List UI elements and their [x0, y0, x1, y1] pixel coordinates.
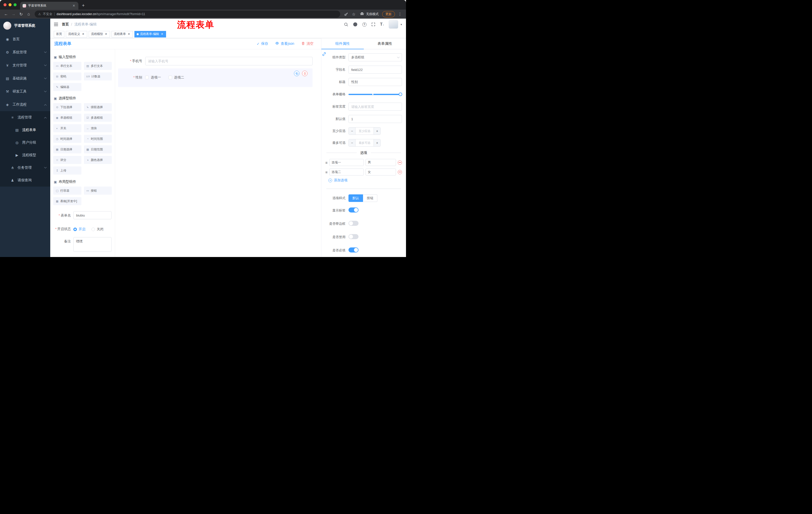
style-button-button[interactable]: 按钮: [363, 194, 377, 202]
tab-component-props[interactable]: 组件属性: [321, 38, 364, 49]
option-value-input[interactable]: [366, 168, 396, 175]
breadcrumb-home[interactable]: 首页: [62, 22, 69, 27]
sidebar-item-leave-query[interactable]: ♟ 请假查询: [0, 174, 50, 187]
show-label-switch[interactable]: [348, 208, 358, 213]
checkbox-box[interactable]: [169, 76, 172, 79]
max-count-stepper[interactable]: − 最多可选 +: [348, 139, 381, 146]
avatar-caret-icon[interactable]: ▾: [401, 23, 402, 26]
palette-item-single-text[interactable]: ▭单行文本: [53, 62, 81, 70]
window-minimize-button[interactable]: [8, 3, 11, 6]
drag-handle-icon[interactable]: ≡: [325, 160, 328, 165]
copy-component-icon[interactable]: [294, 71, 299, 76]
tag-close-icon[interactable]: ✕: [81, 32, 85, 36]
palette-item-slider[interactable]: ↔滑块: [84, 124, 112, 132]
tag-process-form[interactable]: 流程表单 ✕: [112, 31, 133, 37]
checkbox-box[interactable]: [145, 76, 149, 79]
tab-form-props[interactable]: 表单属性: [364, 38, 406, 49]
border-switch[interactable]: [348, 221, 358, 226]
disabled-switch[interactable]: [348, 234, 358, 239]
increase-icon[interactable]: +: [374, 139, 380, 146]
palette-item-upload[interactable]: ↥上传: [53, 166, 81, 174]
sidebar-item-system-manage[interactable]: ⚙ 系统管理: [0, 46, 50, 59]
tag-process-definition[interactable]: 流程定义 ✕: [66, 31, 87, 37]
decrease-icon[interactable]: −: [349, 139, 355, 146]
sidebar-item-payment-manage[interactable]: ¥ 支付管理: [0, 59, 50, 72]
slider-handle[interactable]: [399, 92, 402, 96]
label-width-input[interactable]: [348, 103, 402, 111]
palette-item-date-range[interactable]: ▩日期范围: [84, 145, 112, 154]
default-value-input[interactable]: [348, 115, 402, 123]
phone-input[interactable]: [145, 57, 313, 65]
palette-item-time-picker[interactable]: ◷时间选择: [53, 135, 81, 143]
gender-option1-checkbox[interactable]: 选项一: [145, 75, 161, 80]
palette-item-radio-group[interactable]: ◉单选框组: [53, 114, 81, 122]
palette-item-cascader[interactable]: ↳级联选择: [84, 103, 112, 111]
browser-menu-icon[interactable]: ⋮: [397, 10, 404, 18]
user-avatar[interactable]: [389, 20, 398, 29]
update-button[interactable]: 更新: [382, 11, 395, 17]
new-tab-button[interactable]: +: [82, 3, 85, 8]
palette-item-row-container[interactable]: ▢行容器: [53, 187, 81, 195]
sidebar-item-process-form[interactable]: ▤ 流程表单: [0, 124, 50, 136]
field-name-input[interactable]: [348, 65, 402, 74]
add-option-button[interactable]: + 添加选项: [328, 178, 402, 183]
remove-option-icon[interactable]: [398, 160, 402, 165]
search-icon[interactable]: [344, 22, 348, 27]
palette-item-date-picker[interactable]: ▦日期选择: [53, 145, 81, 154]
palette-item-password[interactable]: ⊟密码: [53, 73, 81, 80]
palette-item-time-range[interactable]: ◔时间范围: [84, 135, 112, 143]
sidebar-item-infrastructure[interactable]: ▤ 基础设施: [0, 72, 50, 85]
phone-field-row[interactable]: 手机号: [118, 57, 313, 65]
window-zoom-button[interactable]: [13, 3, 17, 6]
tag-close-icon[interactable]: ✕: [127, 32, 130, 36]
browser-tab[interactable]: 芋道管理系统 ✕: [20, 2, 78, 9]
stepper-placeholder[interactable]: 最多可选: [355, 139, 374, 146]
drag-handle-icon[interactable]: ≡: [325, 170, 328, 174]
required-switch[interactable]: [348, 247, 358, 252]
palette-item-multi-text[interactable]: ▤多行文本: [84, 62, 112, 70]
home-icon[interactable]: ⌂: [25, 10, 32, 18]
reload-icon[interactable]: ↻: [18, 10, 25, 18]
decrease-icon[interactable]: −: [349, 128, 355, 135]
hamburger-icon[interactable]: [50, 19, 62, 30]
tag-home[interactable]: 首页: [54, 31, 64, 37]
min-count-stepper[interactable]: − 至少应选 +: [348, 127, 381, 135]
gender-option2-checkbox[interactable]: 选项二: [169, 75, 184, 80]
tag-close-icon[interactable]: ✕: [104, 32, 108, 36]
sidebar-item-process-manage[interactable]: ≡ 流程管理: [0, 111, 50, 124]
sidebar-item-user-group[interactable]: ◎ 用户分组: [0, 136, 50, 149]
style-default-button[interactable]: 默认: [348, 194, 363, 202]
sidebar-item-process-model[interactable]: ▶ 流程模型: [0, 149, 50, 161]
fullscreen-icon[interactable]: [371, 22, 375, 26]
palette-item-rate[interactable]: ☆评分: [53, 156, 81, 164]
view-json-button[interactable]: 查看json: [275, 41, 294, 46]
tag-process-form-edit[interactable]: 流程表单-编辑 ✕: [135, 31, 166, 37]
form-name-input[interactable]: [74, 211, 112, 219]
palette-item-color-picker[interactable]: ◑颜色选择: [84, 156, 112, 164]
palette-item-editor[interactable]: ✎编辑器: [53, 83, 81, 91]
forward-icon[interactable]: →: [10, 10, 17, 18]
tab-close-icon[interactable]: ✕: [72, 4, 76, 8]
slider-track[interactable]: [348, 94, 401, 95]
sidebar-item-task-manage[interactable]: ⋔ 任务管理: [0, 161, 50, 174]
back-icon[interactable]: ←: [2, 10, 9, 18]
sidebar-item-home[interactable]: ◉ 首页: [0, 33, 50, 46]
sidebar-item-workflow[interactable]: ◈ 工作流程: [0, 98, 50, 111]
remove-option-icon[interactable]: [398, 170, 402, 174]
palette-item-counter[interactable]: 123计数器: [84, 73, 112, 80]
form-remark-textarea[interactable]: 嘿嘿: [74, 237, 112, 252]
link-icon[interactable]: [322, 52, 326, 57]
help-icon[interactable]: ?: [362, 22, 367, 27]
form-grid-slider[interactable]: [348, 90, 402, 98]
bookmark-star-icon[interactable]: ☆: [350, 10, 357, 18]
tag-process-model[interactable]: 流程模型 ✕: [89, 31, 110, 37]
palette-item-select[interactable]: ⊙下拉选择: [53, 103, 81, 111]
font-size-icon[interactable]: T↕: [380, 22, 384, 27]
tag-close-icon[interactable]: ✕: [160, 32, 164, 36]
increase-icon[interactable]: +: [374, 128, 380, 135]
clear-button[interactable]: 清空: [301, 42, 314, 46]
component-type-select[interactable]: 多选框组: [348, 53, 402, 61]
gender-field-row-selected[interactable]: 性别 选项一 选项二: [118, 69, 313, 87]
sidebar-item-dev-tools[interactable]: ⚒ 研发工具: [0, 85, 50, 98]
password-key-icon[interactable]: [343, 10, 350, 18]
